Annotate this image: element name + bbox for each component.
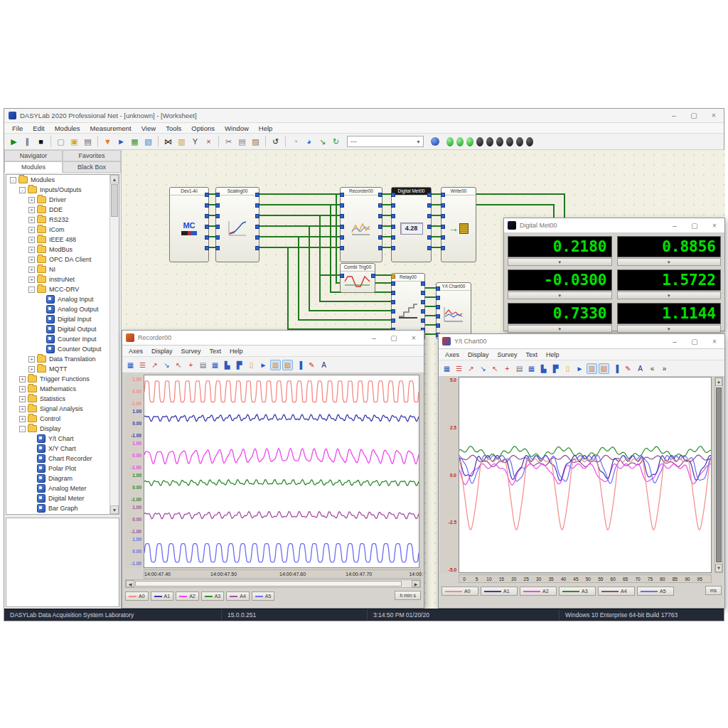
recorder-close-button[interactable]: × — [404, 331, 424, 344]
minimize-button[interactable]: – — [664, 109, 684, 122]
expand-icon[interactable]: + — [28, 366, 35, 373]
scroll-up-arrow-icon[interactable]: ▲ — [715, 378, 722, 386]
ytchart-menu-text[interactable]: Text — [522, 351, 542, 358]
pointer-icon[interactable]: ► — [574, 363, 585, 374]
channel-button-a5[interactable]: A5 — [252, 592, 275, 601]
main-menu-view[interactable]: View — [136, 124, 161, 132]
digital-meter-close-button[interactable]: × — [705, 219, 724, 232]
arrange-windows-icon[interactable]: ▧ — [142, 136, 154, 148]
axis-left-icon[interactable]: ▙ — [222, 360, 232, 370]
collapse-icon[interactable]: - — [28, 287, 35, 293]
tree-item-mcc-drv[interactable]: -MCC-DRV — [6, 284, 119, 294]
ytchart-close-button[interactable]: × — [705, 335, 724, 348]
yt-chart00-block[interactable]: Y/t Chart00 — [436, 282, 471, 339]
ytchart-unit-button[interactable]: ms — [705, 586, 722, 595]
color-palette-icon[interactable]: ▧ — [282, 360, 293, 370]
tree-item-rs232[interactable]: +RS232 — [6, 215, 119, 225]
main-menu-window[interactable]: Window — [220, 124, 254, 132]
grid-toggle-icon[interactable]: ▦ — [210, 360, 220, 370]
brush-icon[interactable]: ✎ — [623, 363, 633, 374]
expand-icon[interactable]: + — [28, 247, 35, 253]
pause-icon[interactable]: ∥ — [21, 136, 33, 148]
main-menu-help[interactable]: Help — [254, 124, 278, 132]
digital-meter-titlebar[interactable]: Digital Met00 –▢× — [504, 218, 724, 233]
pointer-icon[interactable]: ► — [258, 360, 269, 370]
worksheet-globe-icon[interactable]: ◔ — [289, 136, 301, 148]
tree-item-status-display[interactable]: Status Display — [6, 513, 119, 515]
zoom-out-icon[interactable]: ↘ — [161, 360, 172, 370]
tree-item-driver[interactable]: +Driver — [6, 195, 119, 205]
expand-icon[interactable]: + — [19, 416, 26, 422]
ytchart-titlebar[interactable]: Y/t Chart00 –▢× — [439, 334, 724, 349]
zoom-in-icon[interactable]: ↗ — [149, 360, 160, 370]
worksheet-selector-combo[interactable]: ---▼ — [347, 136, 424, 147]
ytchart-window[interactable]: Y/t Chart00 –▢× AxesDisplaySurveyTextHel… — [438, 333, 725, 609]
recorder00-block[interactable]: Recorder00 — [340, 187, 382, 262]
text-label-icon[interactable]: A — [318, 360, 329, 370]
scale-lines-icon[interactable]: ☰ — [137, 360, 148, 370]
paste-icon[interactable]: ▨ — [250, 136, 262, 148]
scroll-right-arrow-icon[interactable]: ▶ — [412, 580, 420, 587]
save-worksheet-icon[interactable]: ▤ — [82, 136, 94, 148]
maximize-button[interactable]: ▢ — [684, 109, 704, 122]
ytchart-menu-axes[interactable]: Axes — [441, 351, 464, 358]
expand-icon[interactable]: + — [28, 277, 35, 283]
tree-item-modules[interactable]: -Modules — [6, 175, 119, 185]
display-mode-icon[interactable]: ▦ — [125, 360, 136, 370]
tree-item-display[interactable]: -Display — [6, 424, 119, 434]
scale-lines-icon[interactable]: ☰ — [454, 363, 464, 374]
recorder-menu-axes[interactable]: Axes — [124, 348, 147, 355]
channel-button-a2[interactable]: A2 — [520, 587, 557, 596]
tree-item-analog-output[interactable]: Analog Output — [6, 304, 119, 314]
input-port[interactable] — [436, 287, 440, 291]
tree-item-mathematics[interactable]: +Mathematics — [6, 384, 119, 394]
recorder-titlebar[interactable]: Recorder00 –▢× — [122, 331, 424, 346]
tree-item-digital-output[interactable]: Digital Output — [6, 324, 119, 334]
tree-item-bar-graph[interactable]: Bar Graph — [6, 503, 119, 513]
channel-button-a1[interactable]: A1 — [481, 587, 518, 596]
tree-item-trigger-functions[interactable]: +Trigger Functions — [6, 374, 119, 384]
scaling00[interactable]: Scaling00 — [215, 187, 259, 262]
ytchart-menu-survey[interactable]: Survey — [493, 351, 522, 358]
write00[interactable]: Write00→ — [441, 187, 476, 262]
axis-left-icon[interactable]: ▙ — [538, 363, 549, 374]
digital-met00-block[interactable]: Digital Met004.28 — [391, 187, 432, 262]
tree-item-signal-analysis[interactable]: +Signal Analysis — [6, 404, 119, 414]
save-image-icon[interactable]: ▤ — [514, 363, 525, 374]
zoom-in-icon[interactable]: ↗ — [466, 363, 476, 374]
bar-view-icon[interactable]: ▐ — [294, 360, 305, 370]
channel-button-a0[interactable]: A0 — [441, 587, 478, 596]
expand-icon[interactable]: + — [19, 376, 26, 382]
meter-dropdown-button[interactable]: ▼ — [617, 325, 722, 333]
main-menu-modules[interactable]: Modules — [50, 124, 85, 132]
download-green-icon[interactable]: ↘ — [316, 136, 328, 148]
jump-start-icon[interactable]: « — [647, 363, 658, 374]
page-layout-icon[interactable]: ▯ — [562, 363, 573, 374]
tab-modules[interactable]: Modules — [4, 161, 63, 173]
open-worksheet-icon[interactable]: ▣ — [68, 136, 80, 148]
undo-icon[interactable]: ↺ — [269, 136, 282, 148]
expand-icon[interactable]: + — [28, 267, 35, 273]
tree-item-counter-output[interactable]: Counter Output — [6, 344, 119, 354]
tab-favorites[interactable]: Favorites — [63, 150, 121, 161]
tree-item-analog-meter[interactable]: Analog Meter — [6, 483, 119, 493]
digital-meter-maximize-button[interactable]: ▢ — [685, 219, 705, 232]
tree-item-mqtt[interactable]: +MQTT — [6, 364, 119, 374]
digital-meter-minimize-button[interactable]: – — [665, 219, 685, 232]
tab-navigator[interactable]: Navigator — [4, 150, 63, 161]
page-layout-icon[interactable]: ▯ — [246, 360, 257, 370]
save-image-icon[interactable]: ▤ — [198, 360, 208, 370]
cut-icon[interactable]: ✂ — [223, 136, 235, 148]
scroll-down-arrow-icon[interactable]: ▼ — [110, 505, 119, 514]
expand-icon[interactable]: + — [28, 217, 35, 223]
experiment-time-icon[interactable]: ⋈ — [162, 136, 174, 148]
recorder-scroll-thumb[interactable] — [135, 581, 402, 587]
split-display-icon[interactable]: ▥ — [587, 363, 597, 374]
recorder-menu-help[interactable]: Help — [225, 348, 247, 355]
channel-button-a0[interactable]: A0 — [125, 592, 149, 601]
channel-button-a3[interactable]: A3 — [201, 592, 225, 601]
new-worksheet-icon[interactable]: ▢ — [55, 136, 67, 148]
globe-document-icon[interactable]: ◕ — [303, 136, 315, 148]
meter-dropdown-button[interactable]: ▼ — [617, 258, 722, 266]
recorder-window[interactable]: Recorder00 –▢× AxesDisplaySurveyTextHelp… — [122, 330, 424, 609]
